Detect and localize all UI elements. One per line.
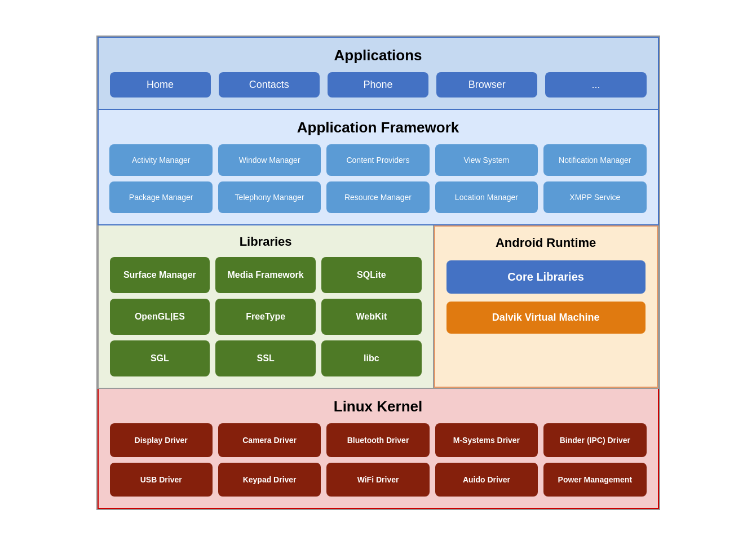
fw-notification-manager: Notification Manager	[543, 144, 646, 176]
kernel-keypad-driver: Keypad Driver	[218, 463, 321, 497]
lib-surface-manager: Surface Manager	[110, 257, 210, 293]
fw-location-manager: Location Manager	[435, 181, 538, 213]
fw-resource-manager: Resource Manager	[326, 181, 429, 213]
libraries-title: Libraries	[110, 234, 422, 249]
kernel-layer: Linux Kernel Display Driver Camera Drive…	[98, 389, 659, 509]
kernel-wifi-driver: WiFi Driver	[326, 463, 429, 497]
fw-window-manager: Window Manager	[218, 144, 321, 176]
framework-row-2: Package Manager Telephony Manager Resour…	[110, 181, 647, 213]
runtime-title: Android Runtime	[496, 236, 596, 250]
kernel-title: Linux Kernel	[110, 398, 647, 415]
app-browser: Browser	[436, 72, 537, 98]
fw-package-manager: Package Manager	[109, 181, 212, 213]
kernel-usb-driver: USB Driver	[110, 463, 213, 497]
framework-layer: Application Framework Activity Manager W…	[98, 110, 659, 225]
fw-activity-manager: Activity Manager	[109, 144, 212, 176]
kernel-bluetooth-driver: Bluetooth Driver	[326, 423, 429, 457]
lib-freetype: FreeType	[215, 299, 316, 335]
kernel-power-management: Power Management	[543, 463, 646, 497]
app-home: Home	[110, 72, 211, 98]
middle-layer: Libraries Surface Manager Media Framewor…	[98, 225, 659, 389]
libraries-layer: Libraries Surface Manager Media Framewor…	[99, 225, 434, 388]
apps-row: Home Contacts Phone Browser ...	[110, 72, 647, 98]
framework-row-1: Activity Manager Window Manager Content …	[110, 144, 647, 176]
lib-media-framework: Media Framework	[215, 257, 316, 293]
fw-view-system: View System	[435, 144, 538, 176]
app-more: ...	[545, 72, 646, 98]
runtime-dalvik-vm: Dalvik Virtual Machine	[446, 302, 646, 334]
fw-telephony-manager: Telephony Manager	[218, 181, 321, 213]
kernel-binder-driver: Binder (IPC) Driver	[543, 423, 646, 457]
lib-libc: libc	[321, 340, 422, 376]
fw-xmpp-service: XMPP Service	[543, 181, 646, 213]
android-architecture-diagram: Applications Home Contacts Phone Browser…	[96, 36, 660, 510]
lib-ssl: SSL	[215, 340, 316, 376]
kernel-row-2: USB Driver Keypad Driver WiFi Driver Aui…	[110, 463, 647, 497]
runtime-core-libraries: Core Libraries	[446, 260, 646, 294]
runtime-layer: Android Runtime Core Libraries Dalvik Vi…	[434, 225, 658, 388]
fw-content-providers: Content Providers	[326, 144, 429, 176]
kernel-msystems-driver: M-Systems Driver	[435, 423, 538, 457]
kernel-grid: Display Driver Camera Driver Bluetooth D…	[110, 423, 647, 497]
lib-row-3: SGL SSL libc	[110, 340, 422, 376]
kernel-audio-driver: Auido Driver	[435, 463, 538, 497]
lib-row-2: OpenGL|ES FreeType WebKit	[110, 299, 422, 335]
lib-sgl: SGL	[110, 340, 210, 376]
framework-grid: Activity Manager Window Manager Content …	[110, 144, 647, 213]
libraries-grid: Surface Manager Media Framework SQLite O…	[110, 257, 422, 376]
app-phone: Phone	[328, 72, 428, 98]
lib-opengl: OpenGL|ES	[110, 299, 210, 335]
lib-row-1: Surface Manager Media Framework SQLite	[110, 257, 422, 293]
kernel-camera-driver: Camera Driver	[218, 423, 321, 457]
framework-title: Application Framework	[110, 119, 647, 136]
lib-webkit: WebKit	[321, 299, 422, 335]
app-contacts: Contacts	[219, 72, 320, 98]
kernel-row-1: Display Driver Camera Driver Bluetooth D…	[110, 423, 647, 457]
lib-sqlite: SQLite	[321, 257, 422, 293]
kernel-display-driver: Display Driver	[110, 423, 213, 457]
applications-layer: Applications Home Contacts Phone Browser…	[98, 37, 659, 110]
applications-title: Applications	[110, 47, 647, 64]
